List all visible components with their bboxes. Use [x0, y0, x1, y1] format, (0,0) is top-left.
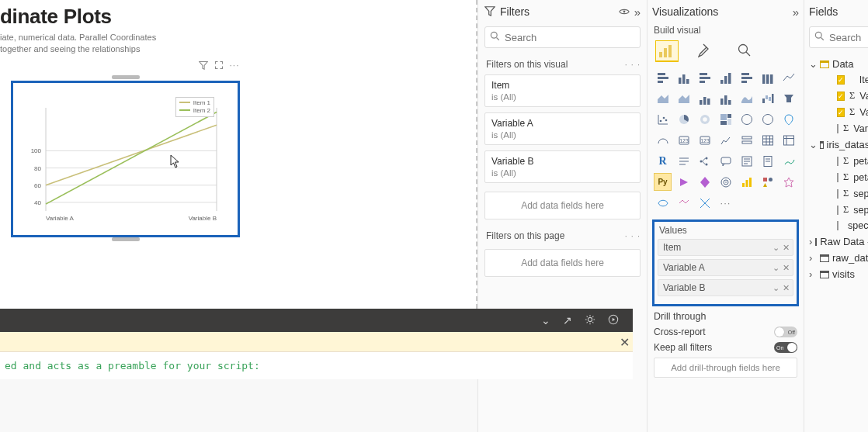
checkbox-icon[interactable]	[837, 157, 838, 166]
eye-icon[interactable]	[619, 6, 630, 18]
line-chart-icon[interactable]	[779, 68, 797, 86]
popout-icon[interactable]: ↗	[563, 314, 572, 327]
fields-search-box[interactable]	[809, 26, 868, 48]
azure-map-icon[interactable]	[779, 110, 797, 128]
checkbox-icon[interactable]: ✓	[837, 92, 845, 101]
line-clustered-icon[interactable]	[696, 89, 713, 107]
funnel-icon[interactable]	[779, 89, 797, 107]
cross-report-toggle[interactable]: Off	[774, 327, 797, 337]
field-item[interactable]: ✓Item	[809, 72, 868, 88]
area-chart-icon[interactable]	[654, 89, 672, 107]
power-apps-icon[interactable]	[696, 173, 713, 191]
gear-icon[interactable]	[585, 314, 595, 327]
treemap-icon[interactable]	[717, 110, 734, 128]
field-item[interactable]: ✓ΣVariabl	[809, 104, 868, 120]
filter-icon[interactable]	[198, 60, 209, 71]
scatter-chart-icon[interactable]	[654, 110, 672, 128]
waterfall-icon[interactable]	[759, 89, 776, 107]
build-tab-analytics[interactable]	[733, 40, 756, 62]
filters-search-box[interactable]	[484, 26, 641, 48]
slicer-icon[interactable]	[738, 131, 755, 149]
checkbox-icon[interactable]	[837, 124, 838, 133]
stacked-bar-icon[interactable]	[654, 68, 672, 86]
pie-chart-icon[interactable]	[675, 110, 693, 128]
field-item[interactable]: ΣVariabl	[809, 120, 868, 137]
field-item[interactable]: species	[809, 218, 868, 233]
field-well-item[interactable]: Item ⌄✕	[658, 239, 793, 256]
visualization-picker[interactable]: 123123RPy···	[652, 67, 799, 213]
textbox-title[interactable]: dinate Plots	[0, 5, 476, 29]
filter-card[interactable]: Variable B is (All)	[484, 150, 641, 183]
build-tab-fields[interactable]	[655, 40, 679, 62]
stacked-column-icon[interactable]	[675, 68, 693, 86]
field-well-item[interactable]: Variable A ⌄✕	[658, 259, 793, 276]
filter-card[interactable]: Item is (All)	[484, 74, 641, 107]
resize-handle-bottom[interactable]	[112, 237, 140, 241]
stacked-area-icon[interactable]	[675, 89, 693, 107]
focus-mode-icon[interactable]	[214, 60, 224, 71]
qna-icon[interactable]	[717, 152, 734, 170]
100pct-bar-icon[interactable]	[738, 68, 755, 86]
close-icon[interactable]: ✕	[620, 335, 630, 350]
more-options-icon[interactable]: ···	[229, 60, 240, 71]
key-influencers-icon[interactable]	[675, 152, 693, 170]
decomposition-tree-icon[interactable]	[696, 152, 713, 170]
filled-map-icon[interactable]	[759, 110, 776, 128]
r-visual-icon[interactable]: R	[654, 152, 672, 170]
field-well-item[interactable]: Variable B ⌄✕	[658, 279, 793, 296]
table-node[interactable]: ⌄ Data	[809, 56, 868, 72]
table-icon[interactable]	[759, 131, 776, 149]
clustered-column-icon[interactable]	[717, 68, 734, 86]
paginated-report-icon[interactable]	[759, 152, 776, 170]
fields-search-input[interactable]	[829, 32, 868, 43]
line-stacked-icon[interactable]	[717, 89, 734, 107]
clustered-bar-icon[interactable]	[696, 68, 713, 86]
remove-field-icon[interactable]: ✕	[783, 243, 790, 253]
custom-visual-2-icon[interactable]	[779, 173, 797, 191]
add-page-filter-well[interactable]: Add data fields here	[484, 249, 641, 277]
field-item[interactable]: Σpetal_w	[809, 169, 868, 185]
table-node[interactable]: ⌄ iris_dataset	[809, 137, 868, 153]
goals-icon[interactable]	[717, 173, 734, 191]
smart-narrative-icon[interactable]	[738, 152, 755, 170]
filter-card[interactable]: Variable A is (All)	[484, 112, 641, 145]
collapse-pane-icon[interactable]: »	[793, 5, 799, 19]
checkbox-icon[interactable]	[837, 206, 838, 215]
100pct-column-icon[interactable]	[759, 68, 776, 86]
field-item[interactable]: Σsepal_l	[809, 185, 868, 202]
custom-visual-3-icon[interactable]	[654, 194, 672, 212]
field-item[interactable]: ✓ΣVariabl	[809, 88, 868, 104]
power-automate-icon[interactable]	[675, 173, 693, 191]
add-visual-filter-well[interactable]: Add data fields here	[484, 192, 641, 219]
remove-field-icon[interactable]: ✕	[783, 263, 790, 273]
keep-all-filters-toggle[interactable]: On	[774, 342, 797, 353]
report-canvas[interactable]: dinate Plots iate, numerical data. Paral…	[0, 0, 477, 309]
more-options-icon[interactable]: · · ·	[625, 60, 641, 69]
custom-visual-4-icon[interactable]	[675, 194, 693, 212]
chevron-down-icon[interactable]: ⌄	[541, 314, 550, 327]
checkbox-icon[interactable]	[837, 221, 838, 230]
chevron-down-icon[interactable]: ⌄	[773, 263, 779, 273]
more-options-icon[interactable]: · · ·	[625, 231, 641, 240]
run-script-icon[interactable]	[608, 314, 619, 327]
build-tab-format[interactable]	[694, 40, 717, 62]
field-item[interactable]: Σpetal_l	[809, 153, 868, 169]
parallel-coords-visual[interactable]: ··· Item 1 Item 2 406080100Variable AVar…	[11, 77, 240, 243]
arcgis-map-icon[interactable]	[779, 152, 797, 170]
card-icon[interactable]: 123	[675, 131, 693, 149]
table-node[interactable]: ›raw_data	[809, 250, 868, 266]
script-editor[interactable]: ed and acts as a preamble for your scrip…	[0, 352, 633, 379]
checkbox-icon[interactable]: ✓	[837, 108, 845, 117]
field-item[interactable]: Σsepal_w	[809, 202, 868, 218]
power-bi-visual-icon[interactable]	[738, 173, 755, 191]
kpi-icon[interactable]	[717, 131, 734, 149]
chevron-down-icon[interactable]: ⌄	[773, 243, 779, 253]
donut-chart-icon[interactable]	[696, 110, 713, 128]
get-more-visuals-icon[interactable]: ···	[717, 194, 734, 212]
matrix-icon[interactable]	[779, 131, 797, 149]
gauge-icon[interactable]	[654, 131, 672, 149]
checkbox-icon[interactable]	[837, 189, 838, 199]
multi-row-card-icon[interactable]: 123	[696, 131, 713, 149]
ribbon-chart-icon[interactable]	[738, 89, 755, 107]
map-icon[interactable]	[738, 110, 755, 128]
